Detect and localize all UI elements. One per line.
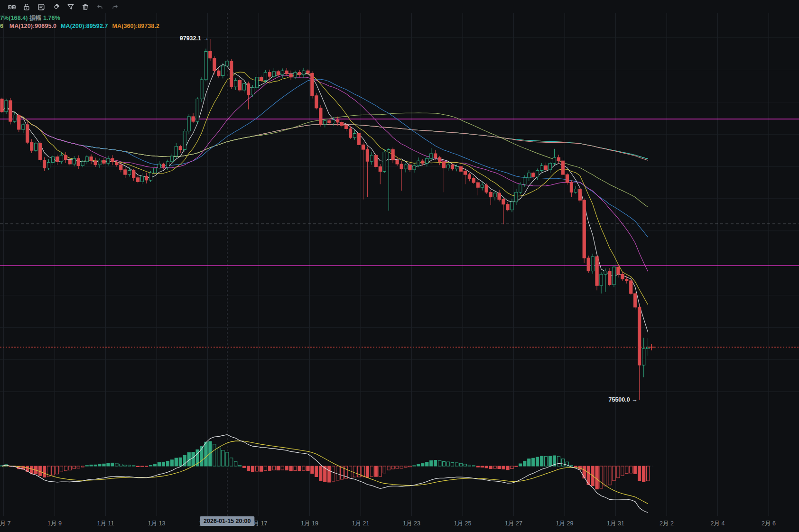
x-axis-label: 1月 19	[301, 520, 318, 528]
undo-icon	[96, 3, 104, 11]
x-axis-label: 1月 23	[403, 520, 420, 528]
ma-5-line	[2, 64, 648, 332]
x-axis-label: 2月 6	[762, 520, 776, 528]
last-price-marker	[648, 344, 655, 350]
ma-10-line	[2, 72, 648, 305]
ma-120-line	[2, 106, 648, 160]
x-axis-label: 1月 9	[47, 520, 62, 528]
indicator-legend: 7%(168.4) 振幅 1.76% 6 MA(120):90695.0MA(2…	[0, 14, 159, 30]
x-axis-label: 1月 7	[0, 520, 10, 528]
redo-button[interactable]	[110, 2, 119, 11]
x-axis-label: 2月 2	[660, 520, 674, 528]
x-axis-label: 1月 25	[454, 520, 472, 528]
low-price-value: 75500.0	[609, 396, 630, 403]
ma-200-line	[2, 106, 648, 159]
legend-ma-row: 6 MA(120):90695.0MA(200):89592.7MA(360):…	[0, 22, 159, 30]
ma-360-line	[2, 106, 648, 159]
ma60-partial-value: 6	[0, 23, 3, 29]
notes-button[interactable]	[37, 2, 46, 11]
amplitude-value: 1.76%	[43, 15, 60, 21]
candlestick-series[interactable]	[0, 39, 650, 400]
magnet-icon	[52, 3, 60, 11]
amplitude-label: 振幅	[29, 15, 41, 21]
legend-change-row: 7%(168.4) 振幅 1.76%	[0, 14, 159, 22]
lock-icon	[22, 3, 31, 11]
filter-button[interactable]	[66, 2, 75, 11]
magnet-button[interactable]	[51, 2, 60, 11]
arrow-right-icon: →	[203, 35, 209, 42]
x-axis-label: 1月 27	[505, 520, 522, 528]
low-price-annotation: 75500.0 →	[590, 396, 638, 403]
ma-legend-item: MA(360):89738.2	[112, 23, 159, 29]
binoculars-button[interactable]	[7, 2, 16, 11]
lock-button[interactable]	[22, 2, 31, 11]
x-axis-label: 1月 21	[352, 520, 370, 528]
drawing-toolbar	[7, 2, 119, 11]
x-axis-label: 1月 31	[607, 520, 624, 528]
binoculars-icon	[8, 3, 16, 11]
filter-icon	[66, 3, 75, 11]
price-macd-chart[interactable]	[0, 0, 799, 532]
arrow-right-icon: →	[632, 396, 638, 403]
x-axis-label: 1月 11	[97, 520, 114, 528]
crosshair-date-tooltip: 2026-01-15 20:00	[200, 516, 254, 526]
change-percent-value: 7%(168.4)	[0, 15, 28, 21]
high-price-annotation: 97932.1 →	[163, 35, 209, 42]
trash-button[interactable]	[81, 2, 90, 11]
x-axis-label: 1月 29	[556, 520, 574, 528]
ma-legend-item: MA(120):90695.0	[9, 23, 56, 29]
high-price-value: 97932.1	[180, 35, 201, 42]
ma-legend-item: MA(200):89592.7	[61, 23, 108, 29]
notes-icon	[37, 3, 46, 11]
redo-icon	[111, 3, 119, 11]
x-axis-label: 2月 4	[711, 520, 725, 528]
trading-chart-window: 7%(168.4) 振幅 1.76% 6 MA(120):90695.0MA(2…	[0, 0, 799, 532]
undo-button[interactable]	[95, 2, 104, 11]
x-axis-label: 1月 13	[148, 520, 166, 528]
trash-icon	[81, 3, 90, 11]
